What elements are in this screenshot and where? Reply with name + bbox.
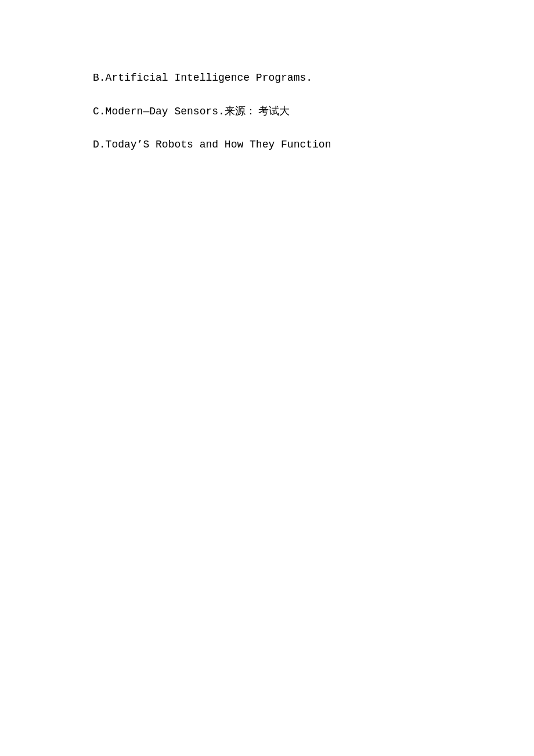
option-b-label: B. bbox=[93, 72, 106, 84]
option-c-line: C.Modern—Day Sensors.来源： 考试大 bbox=[93, 103, 441, 120]
option-b-text: Artificial Intelligence Programs. bbox=[106, 72, 312, 84]
option-b-line: B.Artificial Intelligence Programs. bbox=[93, 70, 441, 87]
option-d-text: Today’S Robots and How They Function bbox=[106, 139, 331, 150]
option-c-chinese: 来源： 考试大 bbox=[225, 105, 290, 117]
option-d-label: D. bbox=[93, 139, 106, 150]
option-d-line: D.Today’S Robots and How They Function bbox=[93, 136, 441, 153]
option-c-label: C. bbox=[93, 106, 106, 117]
main-content: B.Artificial Intelligence Programs. C.Mo… bbox=[0, 0, 534, 215]
option-c-text: Modern—Day Sensors. bbox=[106, 106, 225, 117]
